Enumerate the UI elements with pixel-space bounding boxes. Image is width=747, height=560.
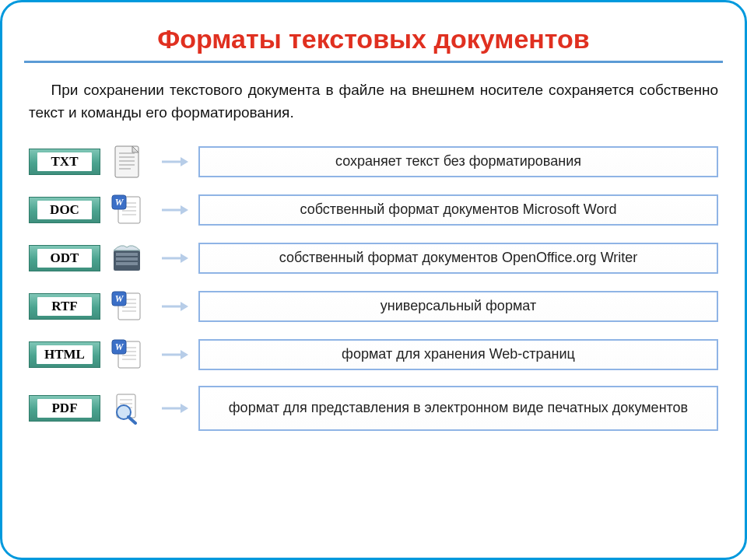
svg-text:W: W: [115, 197, 124, 208]
format-tag-txt: TXT: [29, 149, 100, 175]
format-row-doc: DOC W собственный формат документов Micr…: [29, 193, 718, 227]
arrow-icon: [160, 401, 191, 415]
format-desc-pdf: формат для представления в электронном в…: [198, 386, 718, 431]
format-desc-rtf: универсальный формат: [198, 291, 718, 322]
word-doc-icon: W: [108, 338, 146, 372]
format-row-pdf: PDF формат для представления в электронн…: [29, 386, 718, 431]
format-row-html: HTML W формат для хранения Web-страниц: [29, 338, 718, 372]
svg-marker-49: [181, 404, 188, 413]
arrow-icon: [160, 155, 191, 169]
svg-rect-19: [116, 253, 138, 256]
format-tag-pdf: PDF: [29, 395, 100, 422]
svg-rect-20: [116, 257, 138, 261]
arrow-icon: [160, 299, 191, 313]
format-tag-odt: ODT: [29, 245, 100, 271]
svg-marker-17: [181, 205, 188, 215]
format-tag-label: PDF: [37, 399, 92, 418]
page-title: Форматы текстовых документов: [24, 24, 723, 54]
arrow-icon: [160, 251, 191, 265]
arrow-icon: [160, 348, 191, 362]
intro-text: При сохранении текстового документа в фа…: [24, 79, 723, 124]
word-doc-icon: W: [108, 289, 146, 324]
formats-list: TXT сохраняет текст без форматирования D…: [24, 145, 723, 431]
slide-frame: Форматы текстовых документов При сохране…: [0, 0, 747, 560]
txt-file-icon: [108, 145, 146, 179]
svg-text:W: W: [115, 341, 124, 352]
svg-marker-41: [181, 350, 188, 359]
format-tag-label: DOC: [37, 201, 92, 219]
format-row-odt: ODT собственный формат документов OpenOf…: [29, 241, 718, 275]
format-tag-html: HTML: [29, 341, 100, 368]
title-underline: [24, 61, 723, 63]
format-tag-label: ODT: [37, 249, 92, 268]
format-tag-doc: DOC: [29, 197, 100, 223]
svg-marker-23: [181, 254, 188, 263]
word-doc-icon: W: [108, 193, 146, 227]
svg-marker-32: [181, 302, 188, 311]
pdf-magnifier-icon: [108, 391, 146, 425]
svg-text:W: W: [115, 293, 124, 304]
arrow-icon: [160, 203, 191, 217]
openoffice-book-icon: [108, 241, 146, 275]
format-row-txt: TXT сохраняет текст без форматирования: [29, 145, 718, 179]
svg-rect-21: [116, 262, 138, 265]
format-desc-txt: сохраняет текст без форматирования: [198, 146, 718, 177]
format-row-rtf: RTF W универсальный формат: [29, 289, 718, 324]
format-tag-rtf: RTF: [29, 293, 100, 320]
format-tag-label: RTF: [37, 297, 92, 316]
format-tag-label: HTML: [37, 345, 93, 364]
format-tag-label: TXT: [37, 152, 92, 171]
format-desc-html: формат для хранения Web-страниц: [198, 339, 718, 370]
svg-marker-8: [181, 157, 188, 166]
format-desc-odt: собственный формат документов OpenOffice…: [198, 243, 718, 274]
format-desc-doc: собственный формат документов Microsoft …: [198, 194, 718, 226]
